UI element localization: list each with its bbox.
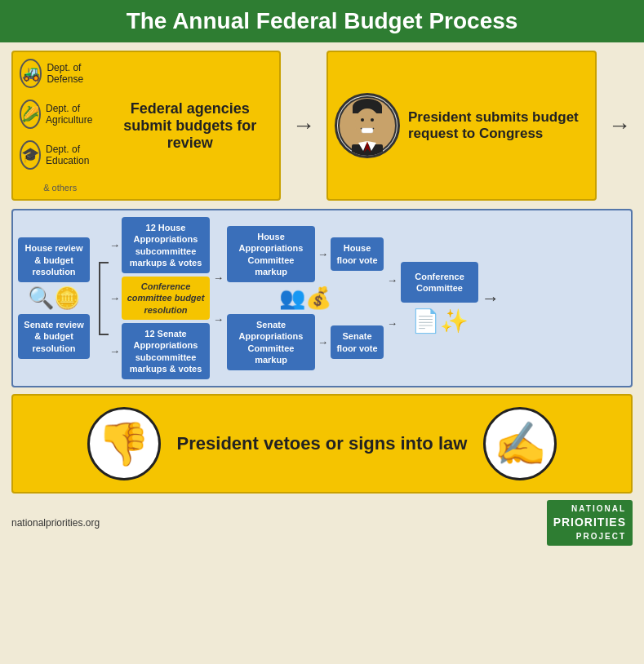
vert-line <box>99 262 100 335</box>
svg-point-5 <box>371 118 374 122</box>
spacer1 <box>213 287 224 310</box>
house-review-btn: House review & budget resolution <box>18 237 90 282</box>
svg-rect-6 <box>362 128 373 133</box>
mid-arrows: → → <box>213 272 224 325</box>
agriculture-icon: 🌽 <box>20 100 41 129</box>
section1-row: 🚜 Dept. of Defense 🌽 Dept. of Agricultur… <box>0 42 644 206</box>
title-text: The Annual Federal Budget Process <box>127 8 518 33</box>
section3-veto: 👎 President vetoes or signs into law ✍️ <box>11 394 633 494</box>
npp-line1: NATIONAL <box>553 503 626 515</box>
education-icon: 🎓 <box>20 140 41 170</box>
arr-hf: → <box>318 248 328 260</box>
president-text: President submits budget request to Cong… <box>408 109 588 142</box>
svg-point-3 <box>355 108 380 138</box>
house-sub-btn: 12 House Appropriations subcommittee mar… <box>122 217 210 273</box>
coins-icon: 🔍🪙 <box>18 286 90 311</box>
senate-review-btn: Senate review & budget resolution <box>18 314 90 359</box>
final-arrow: → <box>482 288 500 309</box>
house-committee-btn: House Appropriations Committee markup <box>227 226 315 282</box>
agency-agriculture: 🌽 Dept. of Agriculture <box>20 100 100 129</box>
arr-to-conf: → <box>387 274 398 286</box>
agencies-box: 🚜 Dept. of Defense 🌽 Dept. of Agricultur… <box>11 51 281 201</box>
arrow-agencies-to-president: → <box>291 51 317 201</box>
bot-horiz <box>99 334 109 335</box>
house-floor-btn: House floor vote <box>331 237 384 271</box>
mid-left-col: → 12 House Appropriations subcommittee m… <box>109 217 210 379</box>
arrow-president-out: → <box>606 51 633 201</box>
agency-defense: 🚜 Dept. of Defense <box>20 59 100 88</box>
npp-logo: NATIONAL PRIORITIES PROJECT <box>547 500 633 546</box>
education-label: Dept. of Education <box>46 144 100 166</box>
website-url: nationalpriorities.org <box>11 517 100 529</box>
senate-floor-btn: Senate floor vote <box>331 325 384 359</box>
branch-connector <box>93 246 106 352</box>
others-label: & others <box>20 183 100 193</box>
conference-budget-btn: Conference committee budget resolution <box>122 277 210 320</box>
top-horiz <box>99 262 109 263</box>
section2-flowchart: House review & budget resolution 🔍🪙 Sena… <box>11 209 633 387</box>
npp-line3: PROJECT <box>553 531 626 542</box>
top-sub-row: → 12 House Appropriations subcommittee m… <box>109 217 210 273</box>
president-face-svg <box>337 95 398 156</box>
agency-education: 🎓 Dept. of Education <box>20 140 100 170</box>
conf-row: → Conference committee budget resolution <box>109 277 210 320</box>
arrow2: → <box>109 292 120 304</box>
footer: nationalpriorities.org NATIONAL PRIORITI… <box>0 497 644 549</box>
agencies-label: Federal agencies submit budgets for revi… <box>107 100 273 152</box>
bot-sub-row: → 12 Senate Appropriations subcommittee … <box>109 323 210 379</box>
arr-h: → <box>213 272 224 284</box>
arrow1: → <box>109 239 120 251</box>
sign-icon: ✍️ <box>483 407 557 480</box>
senate-committee-row: Senate Appropriations Committee markup →… <box>227 314 384 370</box>
page-title: The Annual Federal Budget Process <box>0 0 644 42</box>
doc-icon: 📄✨ <box>411 308 469 334</box>
arr-s: → <box>213 313 224 325</box>
senate-committee-btn: Senate Appropriations Committee markup <box>227 314 315 370</box>
arrow3: → <box>109 345 120 357</box>
conf-committee-col: Conference Committee 📄✨ <box>401 262 478 334</box>
conference-meeting-icon: 👥💰 <box>227 286 384 311</box>
npp-line2: PRIORITIES <box>553 515 626 531</box>
defense-label: Dept. of Defense <box>47 62 100 85</box>
conference-committee-btn: Conference Committee <box>401 262 478 303</box>
president-box: President submits budget request to Cong… <box>326 51 597 201</box>
svg-point-4 <box>361 118 364 122</box>
right-arrows-col: → → <box>387 268 398 330</box>
thumbsdown-icon: 👎 <box>87 407 161 480</box>
left-reviews: House review & budget resolution 🔍🪙 Sena… <box>18 237 90 359</box>
arr-to-conf2: → <box>387 317 398 330</box>
veto-text: President vetoes or signs into law <box>177 433 468 454</box>
agriculture-label: Dept. of Agriculture <box>46 103 100 126</box>
president-portrait <box>335 93 400 158</box>
committee-col: House Appropriations Committee markup → … <box>227 226 384 370</box>
agencies-list: 🚜 Dept. of Defense 🌽 Dept. of Agricultur… <box>20 59 100 193</box>
defense-icon: 🚜 <box>20 59 42 88</box>
house-committee-row: House Appropriations Committee markup → … <box>227 226 384 282</box>
flow-outer: House review & budget resolution 🔍🪙 Sena… <box>18 217 626 379</box>
arr-sf: → <box>318 336 328 348</box>
main-container: The Annual Federal Budget Process 🚜 Dept… <box>0 0 644 664</box>
senate-sub-btn: 12 Senate Appropriations subcommittee ma… <box>122 323 210 379</box>
